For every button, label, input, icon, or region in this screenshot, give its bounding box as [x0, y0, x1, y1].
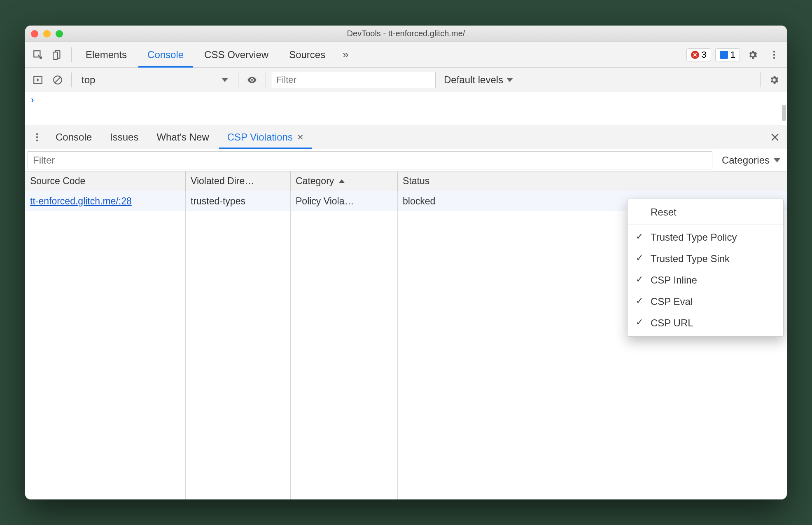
source-link[interactable]: tt-enforced.glitch.me/:28 [30, 196, 132, 207]
drawer-tab-csp-violations[interactable]: CSP Violations ✕ [219, 125, 312, 149]
categories-reset[interactable]: Reset [628, 202, 783, 223]
live-expression-icon[interactable] [243, 71, 261, 89]
drawer-tab-issues[interactable]: Issues [102, 125, 147, 149]
chevron-down-icon [506, 78, 513, 82]
console-output: › [25, 92, 787, 125]
issue-icon: — [720, 51, 728, 59]
inspect-element-icon[interactable] [29, 46, 47, 63]
errors-badge[interactable]: ✕ 3 [686, 48, 711, 61]
cell-directive: trusted-types [186, 191, 291, 211]
tabs-overflow-icon[interactable]: » [337, 46, 354, 63]
svg-point-3 [773, 51, 775, 52]
devtools-window: DevTools - tt-enforced.glitch.me/ Elemen… [25, 26, 787, 499]
close-tab-icon[interactable]: ✕ [297, 132, 304, 142]
drawer-tab-bar: Console Issues What's New CSP Violations… [25, 125, 787, 149]
tab-elements[interactable]: Elements [77, 42, 136, 67]
category-trusted-type-sink[interactable]: Trusted Type Sink [628, 248, 783, 270]
svg-point-9 [251, 79, 253, 80]
close-drawer-icon[interactable] [766, 129, 784, 146]
chevron-down-icon [222, 78, 228, 82]
category-csp-inline[interactable]: CSP Inline [628, 270, 783, 291]
violations-filter-row: Categories [25, 149, 787, 171]
svg-point-11 [36, 136, 38, 138]
chevron-down-icon [774, 158, 780, 162]
col-status[interactable]: Status [398, 171, 787, 191]
sort-asc-icon [339, 179, 345, 183]
tab-console[interactable]: Console [138, 42, 193, 67]
svg-point-5 [773, 57, 775, 59]
drawer-kebab-icon[interactable] [28, 129, 46, 146]
svg-line-8 [55, 77, 61, 82]
separator [71, 47, 72, 62]
tab-css-overview[interactable]: CSS Overview [195, 42, 278, 67]
drawer-tab-console[interactable]: Console [47, 125, 100, 149]
svg-point-4 [773, 54, 775, 55]
categories-menu: Reset Trusted Type Policy Trusted Type S… [627, 199, 784, 337]
cell-category: Policy Viola… [291, 191, 398, 211]
separator [266, 73, 266, 87]
kebab-menu-icon[interactable] [765, 46, 783, 63]
svg-point-12 [36, 139, 38, 141]
titlebar: DevTools - tt-enforced.glitch.me/ [25, 26, 787, 42]
sidebar-toggle-icon[interactable] [29, 71, 47, 89]
console-prompt-icon: › [31, 95, 34, 105]
svg-point-10 [36, 133, 38, 135]
table-header: Source Code Violated Dire… Category Stat… [25, 171, 787, 191]
settings-icon[interactable] [744, 46, 761, 63]
separator [760, 73, 761, 87]
console-toolbar: top Default levels [25, 68, 787, 92]
window-title: DevTools - tt-enforced.glitch.me/ [25, 29, 787, 38]
col-source[interactable]: Source Code [25, 171, 186, 191]
error-icon: ✕ [691, 51, 699, 59]
col-directive[interactable]: Violated Dire… [186, 171, 291, 191]
device-toolbar-icon[interactable] [49, 46, 66, 63]
tab-sources[interactable]: Sources [280, 42, 334, 67]
separator [71, 73, 72, 87]
console-settings-icon[interactable] [765, 71, 783, 89]
main-tab-bar: Elements Console CSS Overview Sources » … [25, 42, 787, 68]
menu-separator [628, 225, 783, 225]
category-csp-url[interactable]: CSP URL [628, 312, 783, 334]
scrollbar-thumb[interactable] [782, 105, 786, 121]
col-category[interactable]: Category [291, 171, 398, 191]
category-csp-eval[interactable]: CSP Eval [628, 291, 783, 312]
issues-badge[interactable]: — 1 [715, 48, 740, 61]
violations-table: Source Code Violated Dire… Category Stat… [25, 171, 787, 499]
drawer-tab-whats-new[interactable]: What's New [148, 125, 217, 149]
clear-console-icon[interactable] [49, 71, 66, 89]
context-selector[interactable]: top [77, 74, 233, 86]
log-levels-selector[interactable]: Default levels [438, 74, 519, 86]
categories-dropdown-button[interactable]: Categories [715, 149, 787, 171]
category-trusted-type-policy[interactable]: Trusted Type Policy [628, 227, 783, 248]
console-filter-input[interactable] [271, 72, 436, 88]
violations-filter-input[interactable] [28, 151, 712, 169]
svg-rect-2 [53, 52, 58, 59]
separator [238, 73, 238, 87]
